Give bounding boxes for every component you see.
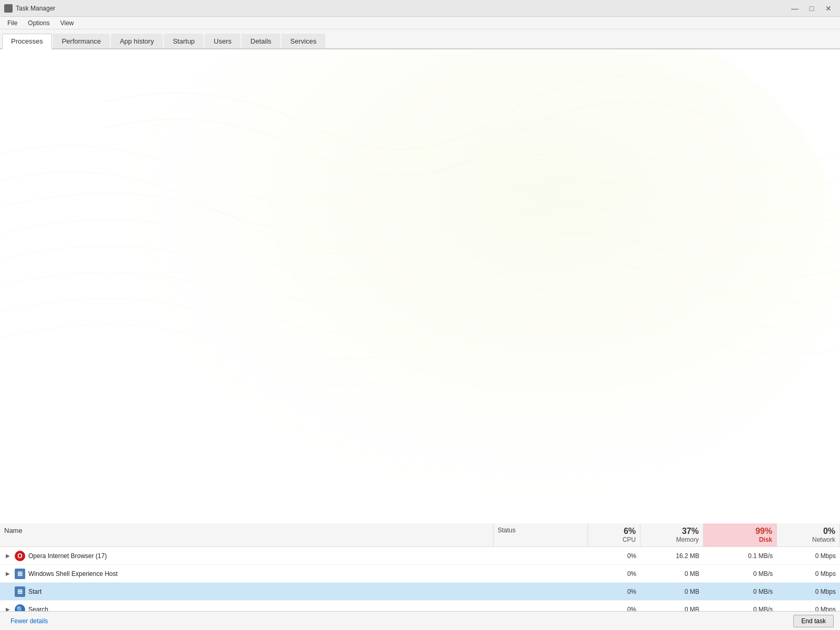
process-network: 0 Mbps: [777, 568, 840, 580]
process-name-label: Windows Shell Experience Host: [28, 570, 118, 578]
window-title: Task Manager: [16, 5, 55, 12]
table-header: Name Status 6% CPU 37% Memory 99% Disk 0…: [0, 523, 840, 547]
process-memory: 0 MB: [640, 586, 704, 597]
tab-startup[interactable]: Startup: [164, 34, 204, 48]
menu-file[interactable]: File: [2, 18, 23, 28]
menu-view[interactable]: View: [55, 18, 79, 28]
process-name-label: Start: [28, 588, 41, 595]
title-bar: Task Manager — □ ✕: [0, 0, 840, 17]
process-name-cell: ▶ ⊞ Windows Shell Experience Host: [0, 566, 494, 581]
process-memory: 0 MB: [640, 568, 704, 580]
process-cpu: 0%: [588, 604, 640, 612]
table-row[interactable]: ⊞ Start 0% 0 MB 0 MB/s 0 Mbps: [0, 583, 840, 601]
col-header-status[interactable]: Status: [494, 523, 588, 547]
process-network: 0 Mbps: [777, 604, 840, 612]
expand-button[interactable]: ▶: [4, 570, 12, 578]
col-header-name[interactable]: Name: [0, 523, 494, 547]
tabs-bar: Processes Performance App history Startu…: [0, 29, 840, 49]
tab-performance[interactable]: Performance: [53, 34, 110, 48]
col-header-cpu[interactable]: 6% CPU: [588, 523, 640, 547]
maximize-button[interactable]: □: [804, 3, 819, 14]
table-row[interactable]: ▶ 🔍 Search 0% 0 MB 0 MB/s 0 Mbps: [0, 601, 840, 611]
process-disk: 0.1 MB/s: [704, 550, 777, 562]
table-row[interactable]: ▶ ⊞ Windows Shell Experience Host 0% 0 M…: [0, 565, 840, 583]
tab-details[interactable]: Details: [242, 34, 280, 48]
expand-button[interactable]: ▶: [4, 606, 12, 612]
close-button[interactable]: ✕: [821, 3, 836, 14]
col-header-network[interactable]: 0% Network: [777, 523, 840, 547]
bottom-bar: Fewer details End task: [0, 611, 840, 630]
tab-processes[interactable]: Processes: [2, 34, 52, 49]
process-name-label: Opera Internet Browser (17): [28, 552, 107, 560]
process-icon: 🔍: [15, 604, 25, 612]
process-cpu: 0%: [588, 550, 640, 562]
tab-services[interactable]: Services: [281, 34, 326, 48]
title-bar-left: Task Manager: [4, 4, 55, 13]
process-memory: 16.2 MB: [640, 550, 704, 562]
process-disk: 0 MB/s: [704, 604, 777, 612]
process-status: [494, 607, 588, 612]
process-disk: 0 MB/s: [704, 586, 777, 597]
fewer-details-button[interactable]: Fewer details: [6, 615, 52, 627]
process-name-label: Search: [28, 606, 48, 612]
col-header-memory[interactable]: 37% Memory: [640, 523, 704, 547]
tab-users[interactable]: Users: [205, 34, 240, 48]
process-status: [494, 554, 588, 558]
bg-decoration: [0, 49, 840, 522]
process-disk: 0 MB/s: [704, 568, 777, 580]
menu-bar: File Options View: [0, 17, 840, 29]
process-icon: ⊞: [15, 586, 25, 597]
app-icon: [4, 4, 13, 13]
col-header-disk[interactable]: 99% Disk: [704, 523, 777, 547]
process-status: [494, 590, 588, 594]
menu-options[interactable]: Options: [23, 18, 55, 28]
process-cpu: 0%: [588, 586, 640, 597]
process-table-body: ▶ O Opera Internet Browser (17) 0% 16.2 …: [0, 547, 840, 611]
window-controls: — □ ✕: [788, 3, 836, 14]
process-status: [494, 572, 588, 576]
minimize-button[interactable]: —: [788, 3, 802, 14]
end-task-button[interactable]: End task: [793, 615, 834, 627]
process-name-cell: ▶ 🔍 Search: [0, 602, 494, 612]
process-icon: O: [15, 551, 25, 561]
process-cpu: 0%: [588, 568, 640, 580]
svg-point-0: [105, 49, 840, 511]
process-network: 0 Mbps: [777, 586, 840, 597]
process-network: 0 Mbps: [777, 550, 840, 562]
process-memory: 0 MB: [640, 604, 704, 612]
tab-apphistory[interactable]: App history: [111, 34, 163, 48]
process-name-cell: ⊞ Start: [0, 584, 494, 599]
process-name-cell: ▶ O Opera Internet Browser (17): [0, 549, 494, 563]
table-row[interactable]: ▶ O Opera Internet Browser (17) 0% 16.2 …: [0, 547, 840, 565]
process-icon: ⊞: [15, 569, 25, 579]
expand-button[interactable]: ▶: [4, 552, 12, 560]
main-content: Name Status 6% CPU 37% Memory 99% Disk 0…: [0, 49, 840, 611]
